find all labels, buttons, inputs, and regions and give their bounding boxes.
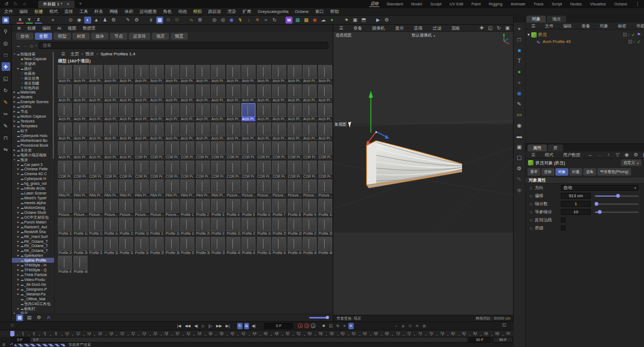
ab-menu-编辑[interactable]: 编辑 [39,25,54,31]
ab-menu-数据库[interactable]: 数据库 [79,25,99,31]
asset-tile[interactable]: Arch Pr... [180,103,194,121]
asset-tile[interactable]: Arch Pr... [303,65,317,83]
asset-tile[interactable]: Profile 8 [288,199,302,217]
camera-icon[interactable]: ▣ [352,17,358,24]
record-scale-toggle[interactable]: ◱ [328,323,334,329]
asset-tile[interactable]: Profile 32 [104,237,118,255]
spline-settings-icon[interactable]: ⚙ [133,17,140,24]
spline-pen-icon[interactable]: ✎ [125,17,131,24]
asset-tile[interactable]: Arch Pr... [303,122,317,141]
asset-tile[interactable]: Arch Pr... [196,122,210,141]
asset-tile[interactable]: COR Pr... [288,161,302,179]
object-row[interactable]: ▾挤压:✓⚑ [525,31,644,38]
dim-generator-icon-2[interactable]: ⚙ [173,17,180,24]
asset-tile[interactable]: PAN Pr... [74,179,87,198]
redo-icon[interactable]: ↻ [12,0,19,8]
layout-tab-standard[interactable]: Standard [385,2,404,6]
attr-back-icon[interactable]: ← [587,151,594,158]
asset-tile[interactable]: COR Pr... [241,161,255,179]
asset-tile[interactable]: Profile 25 [272,218,286,236]
thumbnail-size-slider[interactable] [309,317,328,319]
tree-item[interactable]: ☁粒子 [12,128,54,133]
zoom-tool-icon[interactable]: ⚲ [2,27,10,35]
tree-item[interactable]: ▶☁_Air-Duct-Ge [12,282,54,287]
asset-tile[interactable]: Arch Pr... [119,103,133,121]
burst-icon[interactable]: ✳ [254,17,261,24]
asset-tile[interactable]: Picture... [226,179,240,198]
ab-tab-媒体[interactable]: 媒体 [91,33,108,40]
measure-icon[interactable]: ▭ [515,111,524,119]
asset-tile[interactable]: Profile 5 [241,199,255,217]
asset-tile[interactable]: Arch Pr... [89,84,103,103]
asset-tile[interactable]: Arch Pr... [257,65,271,83]
asset-tile[interactable]: Arch Pr... [58,141,72,160]
tree-item[interactable]: ▶☁Think Particle [12,272,54,277]
asset-tile[interactable]: COR Pr... [241,141,255,160]
timeline-option-icon-2[interactable]: ◉ [400,323,406,329]
asset-tile[interactable]: Arch Pr... [211,122,225,141]
om-menu-对象[interactable]: 对象 [596,23,611,29]
asset-tile[interactable]: COR Pr... [318,161,332,179]
cloud-icon[interactable]: ☁ [320,17,327,24]
view-pan-icon[interactable]: ✚ [478,25,485,32]
subdivision-icon[interactable]: ◎ [211,17,218,24]
asset-tile[interactable]: Arch Pr... [150,84,164,103]
search-input[interactable] [39,42,328,49]
asset-tile[interactable]: Arch Pr... [74,141,87,160]
tree-item[interactable]: ▶☁RK_Octane_T [12,244,54,249]
asset-tile[interactable]: Arch Pr... [74,84,87,103]
layout-tab-paint[interactable]: Paint [470,2,481,6]
mirror-tool-icon[interactable]: ⇋ [2,145,10,154]
om-menu-文件[interactable]: 文件 [541,23,557,29]
asset-tile[interactable]: Profile 48 [74,256,87,274]
rotate-tool-icon[interactable]: ↻ [2,86,10,95]
globe-gray-icon[interactable]: ◉ [515,121,524,129]
breadcrumb-segment[interactable]: 预设 [85,51,94,57]
asset-tile[interactable]: Picture... [257,179,271,198]
tree-item[interactable]: ▶☁场景 [12,311,54,314]
asset-tile[interactable]: Arch Pr... [89,103,103,121]
om-menu-书签[interactable]: 书签 [633,23,644,29]
axis-lock-x[interactable]: X [17,17,24,24]
parameter-checkbox[interactable] [561,218,566,222]
tree-item[interactable]: ▶☁_Metarial-Pa [12,292,54,297]
asset-tile[interactable]: Arch Pr... [211,65,225,83]
slider-knob[interactable] [595,202,598,206]
asset-tile[interactable]: Profile 36 [165,237,179,255]
asset-tile[interactable]: Profile 23 [241,218,255,236]
attr-forward-icon[interactable]: → [596,151,603,158]
sphere-dark-icon[interactable]: ● [515,78,524,86]
asset-tile[interactable]: Arch Pr... [150,103,164,121]
asset-tile[interactable]: Arch Pr... [303,103,317,121]
asset-tile[interactable]: COR Pr... [135,141,149,160]
asset-tile[interactable]: COR Pr... [257,141,271,160]
array-generator-icon[interactable]: ♯ [148,17,155,24]
asset-tile[interactable]: Arch Pr... [104,84,118,103]
text-tool-icon[interactable]: T [515,57,524,65]
asset-tile[interactable]: Profile 39 [211,237,225,255]
null-object-icon[interactable]: ⊙ [67,17,74,24]
prev-key-button[interactable]: ◀◀ [184,323,192,329]
attr-lock-icon[interactable]: ◉ [623,151,630,158]
asset-tile[interactable]: Profile 13 [89,218,103,236]
asset-tile[interactable]: Picture... [150,199,164,217]
asset-tile[interactable]: PAN Pr... [119,179,133,198]
layout-more-icon[interactable]: ⋮ [634,0,641,8]
tree-item[interactable]: ☁Cyberpunk Holo [12,133,54,138]
swirl-icon[interactable]: ◉ [515,89,524,97]
parameter-slider[interactable] [595,196,639,197]
asset-tile[interactable]: Arch Pr... [119,65,133,83]
asset-tile[interactable]: COR Pr... [180,161,194,179]
menu-编辑[interactable]: 编辑 [16,9,31,15]
asset-tile[interactable]: COR Pr... [272,161,286,179]
ab-menu-AI[interactable]: AI [54,26,65,31]
asset-tile[interactable]: Arch Pr... [288,65,302,83]
layout-tab-track[interactable]: Track [532,2,544,6]
asset-tile[interactable]: COR Pr... [89,161,103,179]
tab-对象[interactable]: 对象 [526,16,546,23]
asset-tile[interactable]: Profile 47 [58,256,72,274]
keyframe-dot-icon[interactable]: ◇ [530,202,532,206]
tree-item[interactable]: ◇关键词 [12,61,54,66]
select-frame-icon[interactable]: □ [2,50,10,59]
sort-icon[interactable]: A [45,314,52,321]
